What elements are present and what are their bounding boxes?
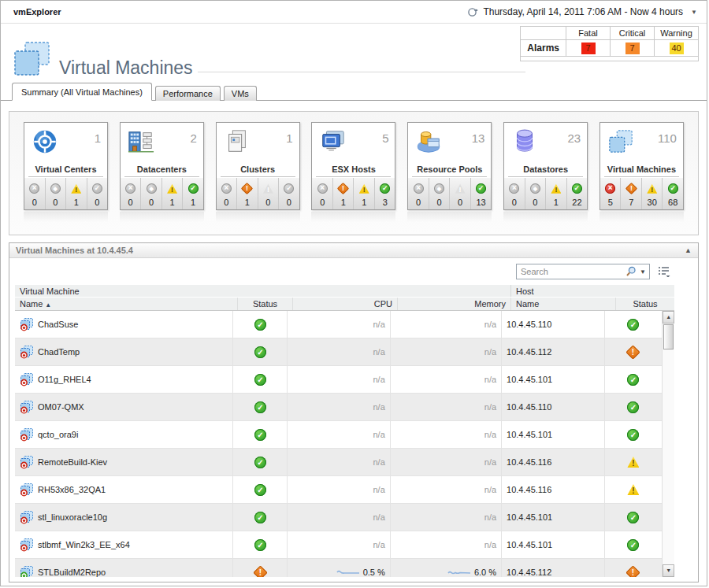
tile-datastores[interactable]: 23 Datastores 0 0 1 22 <box>503 122 588 210</box>
tile-warning-count[interactable]: 0 <box>258 178 279 209</box>
tab-summary[interactable]: Summary (All Virtual Machines) <box>12 83 152 101</box>
tile-critical-count[interactable]: 1 <box>332 178 354 209</box>
status-normal-icon <box>254 401 266 413</box>
app-title: vmExplorer <box>13 7 61 17</box>
table-row[interactable]: STLBuildM2Repo 0.5 % 6.0 % 10.4.45.112 <box>15 559 662 577</box>
vm-name: qcto_ora9i <box>38 430 78 439</box>
vm-icon <box>20 456 34 469</box>
table-row[interactable]: RH53x86_32QA1 n/a n/a 10.4.45.116 <box>15 476 662 504</box>
status-normal-icon <box>254 484 266 496</box>
warning-alarm-count[interactable]: 40 <box>670 43 684 54</box>
tile-warning-count[interactable]: 1 <box>353 178 374 209</box>
tile-warning-count[interactable]: 1 <box>545 178 566 209</box>
cpu-sparkline <box>336 568 360 577</box>
fatal-alarm-count[interactable]: 7 <box>581 43 596 54</box>
table-row[interactable]: stl_linuxoracle10g n/a n/a 10.4.45.101 <box>15 504 662 531</box>
status-normal-icon <box>627 401 639 413</box>
table-row[interactable]: qcto_ora9i n/a n/a 10.4.45.101 <box>15 421 662 449</box>
time-range-dropdown-icon[interactable]: ▼ <box>691 9 697 16</box>
table-row[interactable]: ChadSuse n/a n/a 10.4.45.110 <box>15 311 662 338</box>
vm-icon <box>20 346 34 359</box>
host-name: 10.4.45.112 <box>507 568 551 577</box>
tile-warning-count[interactable]: 0 <box>449 178 470 209</box>
tile-fatal-count[interactable]: 0 <box>504 178 525 209</box>
tile-critical-count[interactable]: 0 <box>45 178 66 209</box>
tab-vms[interactable]: VMs <box>224 86 257 101</box>
panel-title: Virtual Machines at 10.4.45.4 <box>16 246 133 255</box>
search-input[interactable] <box>521 267 625 276</box>
status-warning-icon <box>263 183 273 194</box>
time-range-selector[interactable]: Thursday, April 14, 2011 7:06 AM - Now 4… <box>468 6 697 17</box>
tile-warning-count[interactable]: 30 <box>641 178 663 209</box>
column-header-host-name[interactable]: Name <box>510 298 615 310</box>
table-row[interactable]: RemoteBuild-Kiev n/a n/a 10.4.45.116 <box>15 449 662 476</box>
table-row[interactable]: stlbmf_Win2k3_EE_x64 n/a n/a 10.4.45.101 <box>15 531 662 559</box>
tile-normal-count[interactable]: 68 <box>662 178 683 209</box>
scroll-up-button[interactable]: ▲ <box>663 311 674 324</box>
tile-virtual-centers[interactable]: 1 Virtual Centers 0 0 1 0 <box>24 122 108 210</box>
tile-fatal-count[interactable]: 5 <box>600 178 621 209</box>
vertical-scrollbar[interactable]: ▲ ▼ <box>662 311 674 577</box>
scrollbar-thumb[interactable] <box>663 324 674 349</box>
column-header-cpu[interactable]: CPU <box>292 298 397 310</box>
table-row[interactable]: ChadTemp n/a n/a 10.4.45.112 <box>15 338 662 366</box>
memory-value: n/a <box>484 402 496 412</box>
customizer-icon[interactable] <box>658 266 670 277</box>
panel-collapse-icon[interactable]: ▲ <box>685 246 692 254</box>
column-header-host-status[interactable]: Status <box>615 298 674 310</box>
tile-status-bar: 5 7 30 68 <box>600 177 683 209</box>
table-toolbar: ▼ <box>15 261 692 285</box>
tile-critical-count[interactable]: 0 <box>429 178 450 209</box>
tile-normal-count[interactable]: 22 <box>566 178 588 209</box>
tile-warning-count[interactable]: 1 <box>65 178 87 209</box>
tile-reflection <box>24 212 108 222</box>
search-icon[interactable] <box>625 266 637 277</box>
tile-warning-count[interactable]: 1 <box>161 178 183 209</box>
tile-status-bar: 0 1 0 0 <box>217 177 299 209</box>
tile-critical-count[interactable]: 0 <box>525 178 546 209</box>
column-header-name[interactable]: Name▲ <box>15 298 237 310</box>
tile-normal-count[interactable]: 0 <box>87 178 108 209</box>
tile-esx-hosts[interactable]: 5 ESX Hosts 0 1 1 3 <box>311 122 395 210</box>
host-name: 10.4.45.110 <box>507 402 551 412</box>
tile-reflection <box>311 212 395 222</box>
memory-value: n/a <box>484 485 496 494</box>
cpu-value: n/a <box>373 430 384 439</box>
table-row[interactable]: OM07-QMX n/a n/a 10.4.45.110 <box>15 394 662 421</box>
tile-normal-count[interactable]: 13 <box>470 178 492 209</box>
group-header-row: Virtual Machine Host <box>15 285 674 298</box>
tile-fatal-count[interactable]: 0 <box>121 178 141 209</box>
scrollbar-track[interactable] <box>663 324 674 564</box>
tile-reflection <box>216 212 300 222</box>
status-normal-icon <box>627 374 639 386</box>
column-header-status[interactable]: Status <box>237 298 292 310</box>
tile-normal-count[interactable]: 3 <box>374 178 395 209</box>
tile-critical-count[interactable]: 7 <box>620 178 641 209</box>
tile-title: Datacenters <box>124 164 199 177</box>
tile-title: Virtual Centers <box>28 164 103 177</box>
table-row[interactable]: O11g_RHEL4 n/a n/a 10.4.45.101 <box>15 366 662 394</box>
tile-datacenters[interactable]: 2 Datacenters 0 0 1 1 <box>120 122 204 210</box>
critical-alarm-count[interactable]: 7 <box>625 43 640 54</box>
tile-resource-pools[interactable]: 13 Resource Pools 0 0 0 13 <box>407 122 492 210</box>
tile-fatal-count[interactable]: 0 <box>408 178 429 209</box>
tile-reflection <box>599 212 684 222</box>
tile-critical-count[interactable]: 1 <box>236 178 258 209</box>
vm-name: ChadTemp <box>38 347 80 357</box>
column-header-memory[interactable]: Memory <box>397 298 510 310</box>
tile-fatal-count[interactable]: 0 <box>217 178 237 209</box>
tile-fatal-count[interactable]: 0 <box>312 178 332 209</box>
tab-performance[interactable]: Performance <box>155 86 221 101</box>
tile-virtual-machines[interactable]: 110 Virtual Machines 5 7 30 68 <box>599 122 684 210</box>
search-dropdown-icon[interactable]: ▼ <box>640 268 646 276</box>
tile-wrap: 2 Datacenters 0 0 1 1 <box>120 122 204 222</box>
tile-clusters[interactable]: 1 Clusters 0 1 0 0 <box>216 122 300 210</box>
cpu-value: 0.5 % <box>363 568 385 577</box>
tile-fatal-count[interactable]: 0 <box>24 178 45 209</box>
tile-normal-count[interactable]: 1 <box>182 178 203 209</box>
tile-critical-count[interactable]: 0 <box>140 178 161 209</box>
memory-value: n/a <box>484 457 496 467</box>
status-normal-icon <box>284 183 294 194</box>
tile-normal-count[interactable]: 0 <box>278 178 299 209</box>
scroll-down-button[interactable]: ▼ <box>663 564 674 577</box>
